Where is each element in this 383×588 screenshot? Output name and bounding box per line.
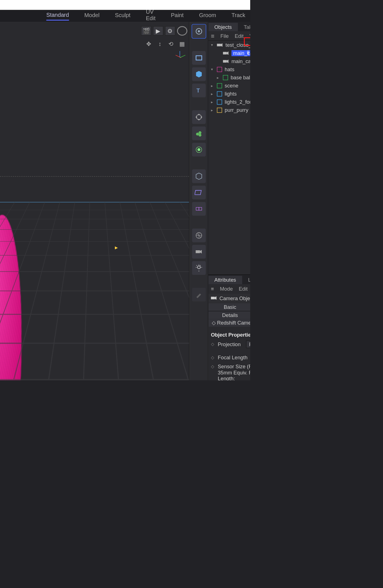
object-name[interactable]: hats	[225, 66, 235, 72]
layout-standard[interactable]: Standard	[46, 11, 69, 20]
tree-row[interactable]: ▸scene	[208, 82, 250, 90]
layout-model[interactable]: Model	[84, 12, 99, 20]
expand-icon[interactable]: ▸	[211, 84, 215, 88]
attr-tab-grid2: ◇ Redshift Camera ◇ Protection	[208, 319, 250, 327]
axis-gizmo[interactable]	[175, 51, 186, 61]
tree-row[interactable]: main_camera⌖⊘	[208, 57, 250, 65]
expand-icon[interactable]: ▸	[211, 92, 215, 96]
tab-layers[interactable]: Layers	[242, 276, 250, 284]
layout-uvedit[interactable]: UV Edit	[146, 9, 155, 23]
deformer-tool[interactable]	[192, 186, 206, 199]
ipr-icon[interactable]	[177, 26, 187, 36]
right-column: Objects Takes ≡ File Edit View Object Ta…	[208, 22, 250, 380]
om-file[interactable]: File	[220, 33, 229, 39]
tab-attributes[interactable]: Attributes	[208, 276, 242, 284]
tab-redshift-camera[interactable]: ◇ Redshift Camera	[208, 319, 250, 327]
tab-details[interactable]: Details	[208, 311, 250, 319]
subdivision-tool[interactable]	[192, 110, 206, 124]
camera-marker[interactable]: ▸	[115, 244, 118, 251]
tree-row[interactable]: main_cam⌖⊘🎙⟳	[208, 49, 250, 57]
tree-row[interactable]: ▸base ball cap	[208, 73, 250, 82]
ground-grid	[0, 22, 189, 202]
field-tool[interactable]	[192, 143, 206, 156]
object-name[interactable]: lights_2_for_BG	[225, 99, 250, 105]
clapboard-icon[interactable]: 🎬	[141, 26, 151, 36]
tool-palette: T	[189, 22, 208, 380]
view-layout-icon[interactable]: ▦	[177, 39, 187, 48]
null-icon	[217, 91, 222, 96]
attr-title-row: Camera Object [main_camera.1] Custom ▾	[208, 294, 250, 303]
expand-icon[interactable]: ▾	[211, 67, 215, 71]
object-name[interactable]: base ball cap	[231, 74, 250, 80]
sky-tool[interactable]	[192, 228, 206, 242]
live-select-tool[interactable]	[192, 24, 206, 38]
viewport-canvas[interactable]: ▸	[0, 22, 189, 380]
om-view[interactable]: View	[250, 33, 250, 39]
camera-icon	[211, 295, 217, 301]
layout-groom[interactable]: Groom	[199, 12, 216, 20]
horizon-line	[0, 176, 189, 177]
tab-basic[interactable]: Basic	[208, 303, 250, 311]
sensor-size-label: Sensor Size (Film Gate)	[218, 364, 250, 369]
attr-edit[interactable]: Edit	[239, 286, 248, 292]
camera-tool[interactable]	[192, 245, 206, 259]
equiv-focal-label: 35mm Equiv. Focal Length:	[218, 369, 250, 380]
render-settings-icon[interactable]: ⚙	[165, 26, 175, 36]
layout-sculpt[interactable]: Sculpt	[115, 12, 130, 20]
null-icon	[223, 75, 228, 80]
null-icon	[217, 99, 222, 104]
expand-icon[interactable]: ▸	[217, 75, 221, 80]
tree-row[interactable]: ▾test_close_up⌖	[208, 41, 250, 49]
pan-icon[interactable]: ✥	[144, 39, 154, 48]
svg-point-5	[196, 116, 197, 118]
object-name[interactable]: purr_purry	[225, 107, 249, 113]
tree-row[interactable]: ▸lights_2_for_BG	[208, 98, 250, 106]
svg-point-18	[197, 266, 200, 269]
object-name[interactable]: main_camera	[231, 58, 250, 64]
mograph-tool[interactable]	[192, 126, 206, 140]
attr-mode[interactable]: Mode	[220, 286, 233, 292]
tree-row[interactable]: ▸purr_purry	[208, 106, 250, 114]
volume-tool[interactable]	[192, 169, 206, 183]
render-play-icon[interactable]: ▶	[153, 26, 163, 36]
keyframe-diamond[interactable]: ◇	[211, 342, 215, 346]
objects-panel-tabs: Objects Takes	[208, 22, 250, 31]
tree-row[interactable]: ▾hats	[208, 65, 250, 73]
om-edit[interactable]: Edit	[235, 33, 244, 39]
object-properties: Object Properties ◇ Projection Perspecti…	[208, 327, 250, 380]
mic-icon[interactable]: 🎙	[246, 50, 250, 56]
brush-tool[interactable]	[192, 288, 206, 302]
rectangle-tool[interactable]	[192, 51, 206, 65]
object-name[interactable]: lights	[225, 91, 237, 97]
projection-dropdown[interactable]: Perspective▾	[246, 340, 250, 348]
expand-icon[interactable]: ▾	[211, 43, 215, 47]
burger-icon[interactable]: ≡	[211, 33, 215, 39]
viewport[interactable]: ▸ 🎬 ▶ ⚙ ✥ ↕ ⟲ ▦ Grid Spacing : 10 🎙 ⟳ ⤢ …	[0, 22, 189, 380]
object-name[interactable]: test_close_up	[226, 42, 250, 48]
layout-track[interactable]: Track	[231, 12, 245, 20]
tab-objects[interactable]: Objects	[208, 23, 238, 31]
layout-paint[interactable]: Paint	[171, 12, 184, 20]
tab-takes[interactable]: Takes	[238, 23, 250, 31]
svg-point-9	[196, 133, 199, 135]
expand-icon[interactable]: ▸	[211, 108, 215, 112]
keyframe-diamond[interactable]: ◇	[211, 355, 215, 360]
null-icon	[217, 107, 222, 112]
instance-tool[interactable]	[192, 202, 206, 216]
object-name[interactable]: scene	[225, 83, 238, 89]
light-tool[interactable]	[192, 261, 206, 275]
object-tree[interactable]: ▾test_close_up⌖main_cam⌖⊘🎙⟳main_camera⌖⊘…	[208, 41, 250, 274]
burger-icon[interactable]: ≡	[211, 286, 214, 292]
window-titlebar: — ▢ ✕	[0, 0, 250, 10]
keyframe-diamond[interactable]: ◇	[211, 364, 215, 369]
attr-panel-tabs: Attributes Layers	[208, 275, 250, 284]
orbit-icon[interactable]: ⟲	[166, 39, 176, 48]
inline-mic-refresh[interactable]: 🎙⟳	[246, 50, 250, 56]
tree-row[interactable]: ▸lights	[208, 90, 250, 98]
zoom-icon[interactable]: ↕	[155, 39, 165, 48]
text-tool[interactable]: T	[192, 84, 206, 97]
svg-point-11	[198, 134, 201, 136]
svg-rect-17	[196, 250, 200, 253]
cube-tool[interactable]	[192, 67, 206, 81]
expand-icon[interactable]: ▸	[211, 100, 215, 104]
